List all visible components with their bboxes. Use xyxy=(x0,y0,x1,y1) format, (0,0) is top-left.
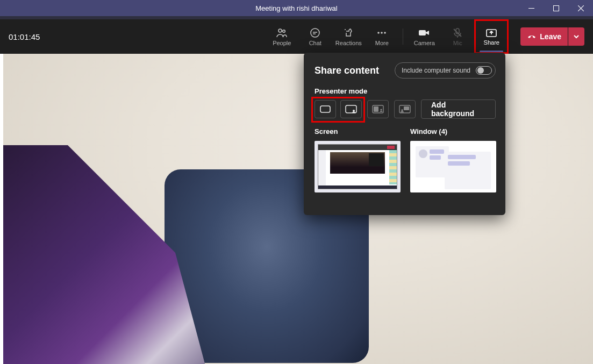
share-screen-thumbnail[interactable] xyxy=(315,141,401,192)
presenter-mode-label: Presenter mode xyxy=(315,87,496,95)
add-background-label: Add background xyxy=(431,101,485,118)
presenter-mode-reporter[interactable] xyxy=(394,100,416,118)
svg-point-20 xyxy=(401,109,403,111)
reactions-icon xyxy=(343,27,354,39)
camera-icon xyxy=(418,27,430,39)
svg-point-7 xyxy=(381,32,383,34)
window-card-icon xyxy=(416,146,449,177)
svg-point-6 xyxy=(377,32,380,34)
chat-button[interactable]: Chat xyxy=(299,22,331,51)
screen-thumbnail-preview xyxy=(318,144,397,189)
presenter-mode-side-by-side[interactable] xyxy=(367,100,389,118)
svg-rect-19 xyxy=(404,106,409,110)
window-maximize-button[interactable] xyxy=(544,0,568,16)
share-active-underline xyxy=(480,51,503,52)
leave-label: Leave xyxy=(540,32,561,41)
chat-icon xyxy=(310,27,320,39)
svg-rect-1 xyxy=(553,5,559,11)
toggle-switch-icon xyxy=(476,66,492,75)
annotation-share-highlight xyxy=(474,19,509,54)
share-content-panel: Share content Include computer sound Pre… xyxy=(304,53,505,215)
share-panel-title: Share content xyxy=(315,65,379,76)
window-section-label: Window (4) xyxy=(410,127,496,135)
camera-button[interactable]: Camera xyxy=(409,22,440,51)
svg-point-5 xyxy=(345,29,346,30)
svg-rect-0 xyxy=(528,8,534,9)
people-icon xyxy=(276,27,288,39)
meeting-timer: 01:01:45 xyxy=(9,32,40,41)
people-label: People xyxy=(273,40,291,46)
chevron-down-icon xyxy=(573,33,580,40)
svg-point-3 xyxy=(283,30,285,33)
annotation-presenter-mode-highlight xyxy=(311,97,365,123)
reactions-label: Reactions xyxy=(335,40,362,46)
window-card-icon xyxy=(445,152,491,189)
chat-label: Chat xyxy=(309,40,321,46)
include-sound-label: Include computer sound xyxy=(402,67,470,74)
meeting-toolbar: 01:01:45 People Chat xyxy=(0,19,593,54)
mic-label: Mic xyxy=(453,40,462,46)
more-icon xyxy=(376,27,387,39)
screen-section-label: Screen xyxy=(315,127,401,135)
mic-button[interactable]: Mic xyxy=(442,22,473,51)
share-window-thumbnail[interactable] xyxy=(410,141,496,192)
more-button[interactable]: More xyxy=(366,22,397,51)
svg-point-4 xyxy=(311,28,319,37)
titlebar: Meeting with rishi dhariwal xyxy=(0,0,593,16)
mic-muted-icon xyxy=(452,27,463,39)
svg-rect-16 xyxy=(374,106,378,112)
toolbar-separator xyxy=(403,28,403,45)
camera-label: Camera xyxy=(414,40,435,46)
more-label: More xyxy=(375,40,389,46)
leave-button[interactable]: Leave xyxy=(520,27,568,46)
include-sound-toggle[interactable]: Include computer sound xyxy=(395,62,496,78)
svg-point-8 xyxy=(384,32,386,34)
window-close-button[interactable] xyxy=(568,0,593,16)
hangup-icon xyxy=(527,32,537,41)
window-minimize-button[interactable] xyxy=(519,0,544,16)
svg-point-2 xyxy=(278,29,282,32)
leave-more-button[interactable] xyxy=(568,27,584,46)
svg-rect-9 xyxy=(419,30,426,35)
svg-point-17 xyxy=(380,109,382,110)
reactions-button[interactable]: Reactions xyxy=(333,22,364,51)
people-button[interactable]: People xyxy=(266,22,297,51)
window-title: Meeting with rishi dhariwal xyxy=(255,4,337,12)
add-background-button[interactable]: Add background xyxy=(421,99,496,119)
